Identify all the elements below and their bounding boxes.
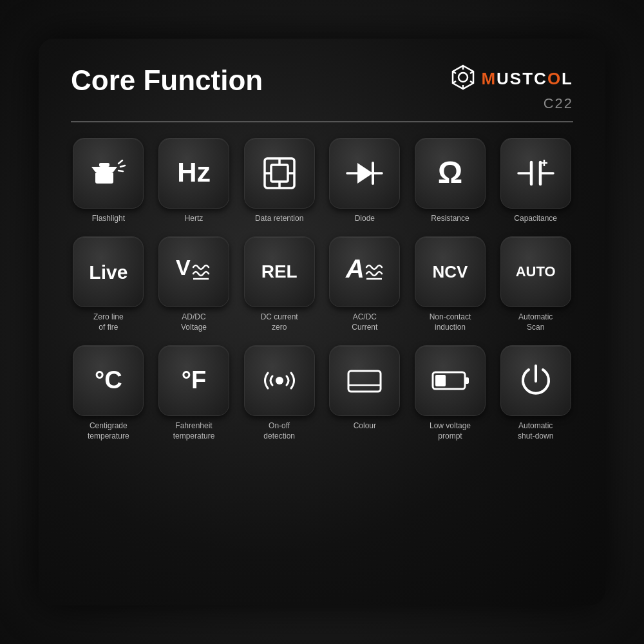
resistance-icon: Ω <box>438 156 462 190</box>
diode-icon <box>345 153 384 193</box>
data-retention-icon <box>260 153 299 193</box>
func-live: Live Zero lineof fire <box>71 236 146 332</box>
live-icon: Live <box>89 261 128 283</box>
svg-rect-38 <box>435 375 446 386</box>
func-capacitance: Capacitance <box>498 138 573 224</box>
func-diode: Diode <box>327 138 402 224</box>
centigrade-label: Centigradetemperature <box>88 421 129 441</box>
onoff-button[interactable] <box>244 345 315 416</box>
svg-text:V: V <box>176 255 191 279</box>
brand-name: MUSTCOL <box>481 69 573 89</box>
svg-text:A: A <box>345 254 365 283</box>
auto-label: AutomaticScan <box>518 312 553 332</box>
func-low-voltage: Low voltageprompt <box>413 345 488 441</box>
auto-shutdown-label: Automaticshut-down <box>518 421 553 441</box>
flashlight-label: Flashlight <box>92 214 125 224</box>
svg-rect-10 <box>99 163 109 167</box>
diode-label: Diode <box>355 214 375 224</box>
func-auto-shutdown: Automaticshut-down <box>498 345 573 441</box>
resistance-button[interactable]: Ω <box>415 138 486 209</box>
capacitance-label: Capacitance <box>514 214 557 224</box>
rel-icon: REL <box>261 262 298 282</box>
low-voltage-icon <box>429 361 471 401</box>
auto-button[interactable]: AUTO <box>500 236 571 307</box>
func-hertz: Hz Hertz <box>156 138 232 224</box>
voltage-label: AD/DCVoltage <box>181 312 207 332</box>
svg-rect-15 <box>271 165 288 182</box>
current-button[interactable]: A <box>329 236 400 307</box>
hertz-button[interactable]: Hz <box>158 138 229 209</box>
current-label: AC/DCCurrent <box>352 312 377 332</box>
svg-line-12 <box>120 166 125 167</box>
func-resistance: Ω Resistance <box>413 138 488 224</box>
auto-icon: AUTO <box>516 264 556 279</box>
fahrenheit-icon: °F <box>182 367 206 394</box>
data-retention-label: Data retention <box>255 214 303 224</box>
centigrade-button[interactable]: °C <box>73 345 144 416</box>
svg-point-1 <box>459 73 468 82</box>
capacitance-button[interactable] <box>500 138 571 209</box>
voltage-button[interactable]: V <box>158 236 229 307</box>
live-button[interactable]: Live <box>73 236 144 307</box>
svg-marker-9 <box>91 167 117 172</box>
flashlight-button[interactable] <box>73 138 144 209</box>
ncv-button[interactable]: NCV <box>415 236 486 307</box>
rel-button[interactable]: REL <box>244 236 315 307</box>
low-voltage-button[interactable] <box>415 345 486 416</box>
func-voltage: V AD/DCVoltage <box>156 236 232 332</box>
ncv-icon: NCV <box>433 263 468 281</box>
brand-icon <box>449 64 477 93</box>
func-rel: REL DC currentzero <box>242 236 317 332</box>
func-fahrenheit: °F Fahrenheittemperature <box>156 345 232 441</box>
rel-label: DC currentzero <box>261 312 298 332</box>
resistance-label: Resistance <box>431 214 469 224</box>
data-retention-button[interactable] <box>244 138 315 209</box>
capacitance-icon <box>516 153 556 193</box>
svg-rect-8 <box>95 172 113 184</box>
hertz-icon: Hz <box>177 158 210 187</box>
svg-rect-37 <box>465 377 469 384</box>
func-auto: AUTO AutomaticScan <box>498 236 573 332</box>
main-card: Core Function MUSTCOL C22 <box>39 39 605 605</box>
centigrade-icon: °C <box>95 367 122 394</box>
fahrenheit-label: Fahrenheittemperature <box>173 421 215 441</box>
live-label: Zero lineof fire <box>93 312 124 332</box>
model-number: C22 <box>544 95 573 112</box>
func-current: A AC/DCCurrent <box>327 236 402 332</box>
func-colour: Colour <box>327 345 402 441</box>
colour-button[interactable] <box>329 345 400 416</box>
func-centigrade: °C Centigradetemperature <box>71 345 146 441</box>
svg-line-11 <box>118 160 122 164</box>
page-title: Core Function <box>71 64 263 97</box>
onoff-icon <box>260 361 299 401</box>
func-onoff: On-offdetection <box>242 345 317 441</box>
ncv-label: Non-contactinduction <box>430 312 471 332</box>
logo-area: MUSTCOL C22 <box>449 64 573 112</box>
current-icon: A <box>343 252 386 292</box>
voltage-icon: V <box>173 252 215 292</box>
hertz-label: Hertz <box>185 214 204 224</box>
function-grid: Flashlight Hz Hertz Data retention <box>71 138 573 442</box>
logo: MUSTCOL <box>449 64 573 93</box>
colour-label: Colour <box>354 421 376 431</box>
flashlight-icon <box>89 154 128 193</box>
low-voltage-label: Low voltageprompt <box>430 421 471 441</box>
onoff-label: On-offdetection <box>263 421 295 441</box>
svg-line-13 <box>118 171 123 171</box>
svg-rect-34 <box>348 371 381 392</box>
diode-button[interactable] <box>329 138 400 209</box>
divider <box>71 121 573 122</box>
auto-shutdown-button[interactable] <box>500 345 571 416</box>
header: Core Function MUSTCOL C22 <box>71 64 573 112</box>
colour-icon <box>343 361 386 401</box>
func-data-retention: Data retention <box>242 138 317 224</box>
svg-point-33 <box>276 377 283 384</box>
func-flashlight: Flashlight <box>71 138 146 224</box>
power-icon <box>516 361 556 401</box>
fahrenheit-button[interactable]: °F <box>158 345 229 416</box>
func-ncv: NCV Non-contactinduction <box>413 236 488 332</box>
svg-marker-21 <box>357 163 373 184</box>
